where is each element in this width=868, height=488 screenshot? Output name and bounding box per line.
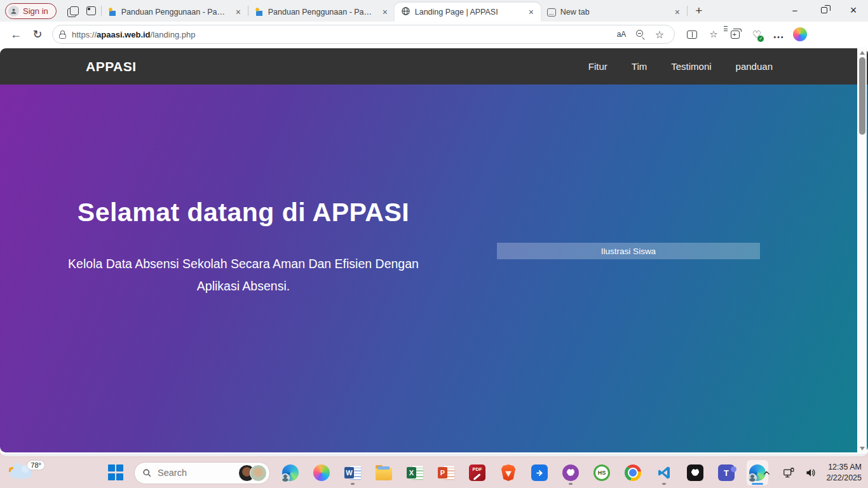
browser-window: Sign in Panduan Penggunaan - Panduan × P… — [0, 0, 868, 456]
favorite-star-icon[interactable]: ☆ — [650, 25, 669, 43]
taskbar-powerpoint-icon[interactable]: P — [435, 460, 457, 485]
volume-icon[interactable] — [804, 463, 818, 482]
scroll-down-icon[interactable] — [857, 444, 867, 453]
taskbar-brave-icon[interactable] — [498, 460, 519, 485]
nav-link-fitur[interactable]: Fitur — [588, 61, 607, 72]
close-tab-icon[interactable]: × — [672, 6, 683, 18]
restore-button[interactable] — [810, 0, 839, 20]
address-bar: ← ↻ https://apaasi.web.id/landing.php aA… — [0, 22, 868, 47]
taskbar-word-icon[interactable]: W — [342, 460, 363, 485]
clock-date: 2/22/2025 — [826, 473, 862, 484]
chevron-up-icon[interactable] — [759, 463, 773, 482]
tab-title: Panduan Penggunaan - Panduan — [121, 8, 228, 17]
broken-image-placeholder: Ilustrasi Siswa — [497, 243, 760, 259]
taskbar: 78° W X P PDF HS — [0, 458, 868, 488]
close-tab-icon[interactable]: × — [526, 6, 537, 18]
avatar — [250, 464, 267, 482]
taskbar-github-desktop-icon[interactable] — [560, 460, 581, 485]
search-input[interactable] — [158, 468, 227, 478]
globe-icon — [401, 6, 410, 18]
scroll-up-icon[interactable] — [857, 48, 867, 57]
nav-link-tim[interactable]: Tim — [632, 61, 647, 72]
taskbar-chrome-icon[interactable] — [622, 460, 644, 485]
close-tab-icon[interactable]: × — [379, 6, 391, 18]
taskbar-file-explorer-icon[interactable] — [373, 460, 395, 485]
taskbar-vscode-icon[interactable] — [653, 460, 675, 485]
search-icon — [142, 468, 152, 478]
minimize-button[interactable]: − — [780, 0, 810, 20]
tab-title: Panduan Penggunaan - Panduan — [268, 8, 375, 17]
lock-icon[interactable] — [59, 30, 66, 39]
cloud-icon — [10, 468, 32, 478]
close-window-button[interactable]: × — [839, 0, 868, 20]
taskbar-github-icon[interactable] — [684, 460, 706, 485]
tab-strip: Sign in Panduan Penggunaan - Panduan × P… — [0, 0, 868, 22]
profile-badge-icon — [281, 473, 290, 482]
temperature-label: 78° — [27, 461, 44, 470]
url-field-actions: aA ☆ — [612, 25, 669, 43]
page-scrollbar[interactable] — [857, 47, 867, 454]
taskbar-excel-icon[interactable]: X — [404, 460, 426, 485]
weather-widget[interactable]: 78° — [9, 461, 44, 485]
profile-avatar-icon — [8, 6, 19, 17]
clock-time: 12:35 AM — [826, 462, 862, 473]
refresh-icon[interactable]: ↻ — [27, 24, 48, 45]
collections-icon[interactable] — [724, 24, 746, 45]
hero-section: Selamat datang di APPASI Kelola Data Abs… — [0, 85, 868, 452]
site-nav-links: Fitur Tim Testimoni panduan — [588, 61, 773, 72]
nav-link-panduan[interactable]: panduan — [736, 61, 773, 72]
url-field[interactable]: https://apaasi.web.id/landing.php aA ☆ — [52, 25, 675, 44]
tab-divider — [687, 6, 688, 16]
new-tab-page-icon — [547, 8, 556, 17]
tab-new-tab[interactable]: New tab × — [541, 3, 687, 22]
close-tab-icon[interactable]: × — [233, 6, 244, 18]
tab-actions-icon[interactable] — [82, 1, 101, 20]
hero-subtitle: Kelola Data Absensi Sekolah Secara Aman … — [64, 253, 423, 297]
split-screen-icon[interactable] — [681, 24, 703, 45]
tab-landing-page-active[interactable]: Landing Page | APPASI × — [395, 3, 541, 22]
profile-badge-icon — [748, 473, 757, 482]
scrollbar-thumb[interactable] — [859, 57, 865, 135]
system-tray: 12:35 AM 2/22/2025 — [759, 458, 864, 488]
toolbar-actions: ☆ ♡✓ … — [681, 24, 811, 45]
taskbar-edge-icon[interactable] — [280, 460, 301, 485]
taskbar-heidisql-icon[interactable]: HS — [591, 460, 613, 485]
taskbar-teams-icon[interactable]: T — [715, 460, 737, 485]
panduan-favicon — [255, 8, 264, 17]
translate-icon[interactable]: aA — [612, 25, 631, 43]
taskbar-copilot-icon[interactable] — [311, 460, 332, 485]
url-text: https://apaasi.web.id/landing.php — [72, 30, 612, 39]
page-content-area: APPASI Fitur Tim Testimoni panduan Selam… — [0, 47, 868, 454]
taskbar-clock[interactable]: 12:35 AM 2/22/2025 — [826, 462, 864, 484]
start-button[interactable] — [108, 464, 125, 481]
taskbar-blue-arrow-app-icon[interactable] — [529, 460, 550, 485]
window-controls: − × — [780, 0, 868, 20]
browser-essentials-icon[interactable]: ♡✓ — [746, 24, 768, 45]
back-icon[interactable]: ← — [5, 24, 27, 45]
hero-text-block: Selamat datang di APPASI Kelola Data Abs… — [64, 198, 423, 297]
site-navbar: APPASI Fitur Tim Testimoni panduan — [0, 48, 868, 85]
new-tab-button[interactable]: + — [690, 2, 708, 20]
network-icon[interactable] — [782, 463, 796, 482]
panduan-favicon — [108, 8, 117, 17]
copilot-icon[interactable] — [789, 24, 811, 45]
hero-title: Selamat datang di APPASI — [64, 198, 423, 227]
tab-panduan-2[interactable]: Panduan Penggunaan - Panduan × — [248, 3, 395, 22]
search-highlight-avatars — [238, 464, 267, 482]
tab-panduan-1[interactable]: Panduan Penggunaan - Panduan × — [102, 3, 248, 22]
workspaces-icon[interactable] — [63, 1, 82, 20]
taskbar-pdf-icon[interactable]: PDF — [466, 460, 488, 485]
tab-title: Landing Page | APPASI — [415, 8, 521, 17]
settings-menu-icon[interactable]: … — [768, 24, 789, 45]
signin-label: Sign in — [23, 6, 48, 16]
favorites-icon[interactable]: ☆ — [703, 24, 724, 45]
taskbar-search[interactable] — [134, 462, 270, 484]
tab-title: New tab — [560, 8, 667, 17]
nav-link-testimoni[interactable]: Testimoni — [671, 61, 711, 72]
zoom-out-icon[interactable] — [631, 25, 650, 43]
signin-button[interactable]: Sign in — [5, 3, 57, 19]
taskbar-center: W X P PDF HS T — [108, 458, 768, 488]
site-brand[interactable]: APPASI — [86, 59, 137, 74]
